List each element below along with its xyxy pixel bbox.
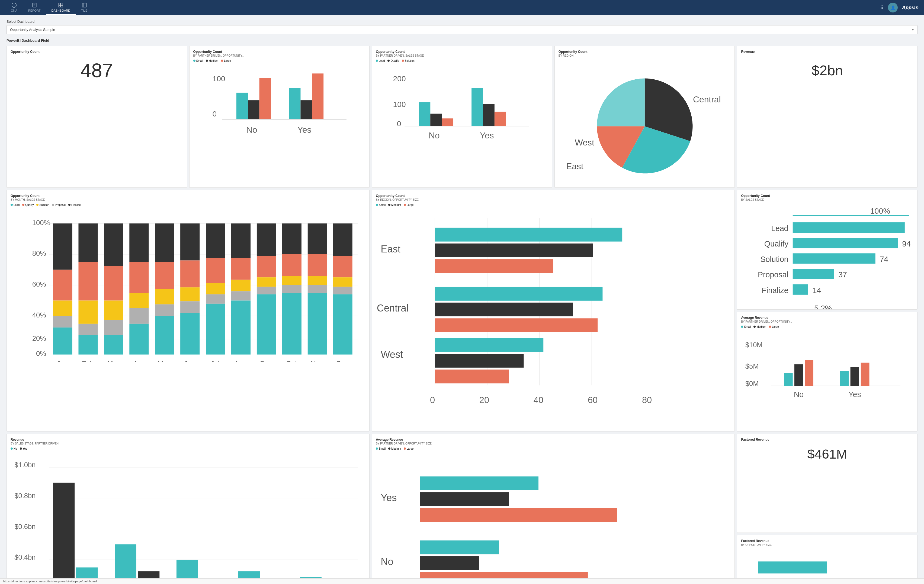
legend-large3: Large bbox=[404, 204, 414, 206]
svg-text:0%: 0% bbox=[36, 350, 46, 357]
svg-text:Mar: Mar bbox=[107, 360, 119, 362]
card-avg-revenue: Average Revenue BY PARTNER DRIVEN, OPPOR… bbox=[737, 312, 917, 431]
svg-rect-60 bbox=[104, 301, 123, 320]
card-factored-revenue: Factored Revenue $461M bbox=[737, 434, 917, 533]
nav-right: ⠿ 👤 Appian bbox=[880, 3, 919, 12]
dashboard-grid: Opportunity Count 487 Opportunity Count … bbox=[7, 46, 917, 584]
legend-qualify: Qualify bbox=[388, 59, 399, 62]
svg-text:?: ? bbox=[13, 4, 15, 7]
legend-no: No bbox=[11, 447, 17, 450]
svg-text:94: 94 bbox=[902, 239, 911, 248]
svg-rect-84 bbox=[231, 258, 251, 280]
nav-label-qna: QNA bbox=[11, 9, 17, 12]
svg-rect-100 bbox=[308, 276, 327, 285]
svg-rect-145 bbox=[793, 222, 905, 233]
svg-text:$0.4bn: $0.4bn bbox=[14, 553, 36, 561]
svg-text:$5M: $5M bbox=[745, 362, 759, 370]
svg-text:60: 60 bbox=[588, 395, 597, 405]
svg-rect-48 bbox=[53, 224, 73, 270]
svg-rect-56 bbox=[78, 324, 97, 336]
svg-text:200: 200 bbox=[393, 74, 406, 83]
nav-item-dashboard[interactable]: DASHBOARD bbox=[46, 0, 76, 15]
card-subtitle-opp-region-size: BY REGION, OPPORTUNITY SIZE bbox=[376, 198, 731, 201]
svg-text:Oct: Oct bbox=[286, 360, 297, 362]
svg-text:Yes: Yes bbox=[297, 125, 311, 135]
legend-opp-partner: Small Medium Large bbox=[193, 59, 366, 62]
svg-rect-6 bbox=[61, 3, 63, 5]
svg-rect-103 bbox=[333, 224, 353, 256]
svg-rect-29 bbox=[483, 104, 495, 126]
svg-rect-141 bbox=[435, 370, 509, 383]
svg-rect-59 bbox=[104, 266, 123, 300]
svg-text:Apr: Apr bbox=[134, 360, 144, 362]
svg-text:No: No bbox=[381, 556, 393, 567]
svg-rect-52 bbox=[53, 327, 73, 355]
svg-rect-147 bbox=[793, 238, 898, 248]
svg-rect-198 bbox=[420, 508, 617, 522]
legend-opp-sales: Lead Qualify Solution bbox=[376, 59, 548, 62]
legend-small5: Small bbox=[376, 447, 386, 450]
card-subtitle-stage-bar: BY SALES STAGE bbox=[741, 198, 913, 201]
svg-rect-73 bbox=[180, 224, 200, 261]
chart-horiz-region: 0 20 40 60 80 East Centr bbox=[376, 208, 731, 405]
chart-revenue-sales: $1.0bn $0.8bn $0.6bn $0.4bn bbox=[11, 452, 365, 584]
svg-rect-70 bbox=[155, 289, 174, 304]
svg-rect-14 bbox=[248, 100, 259, 120]
svg-rect-79 bbox=[206, 258, 225, 283]
svg-rect-77 bbox=[180, 313, 200, 355]
legend-proposal2: Proposal bbox=[52, 204, 66, 206]
svg-text:100: 100 bbox=[212, 74, 225, 83]
legend-opp-month: Lead Qualify Solution Proposal Finalize bbox=[11, 204, 365, 206]
legend-avg-revenue: Small Medium Large bbox=[741, 325, 913, 328]
svg-rect-49 bbox=[53, 270, 73, 301]
svg-rect-53 bbox=[78, 224, 97, 262]
svg-rect-90 bbox=[257, 277, 276, 286]
svg-text:$0.6bn: $0.6bn bbox=[14, 523, 36, 530]
chart-avg-revenue-horiz: Yes No bbox=[376, 452, 731, 584]
svg-rect-203 bbox=[758, 561, 827, 573]
legend-medium: Medium bbox=[206, 59, 218, 62]
svg-rect-64 bbox=[129, 262, 148, 293]
nav-item-qna[interactable]: ? QNA bbox=[5, 0, 23, 15]
card-title-opp-sales: Opportunity Count bbox=[376, 50, 548, 54]
svg-text:Proposal: Proposal bbox=[758, 270, 789, 279]
svg-text:Central: Central bbox=[693, 95, 721, 104]
nav-item-tile[interactable]: TILE bbox=[76, 0, 93, 15]
chart-sales-stage-bar: 100% Lead Qualify 94 Solution 74 Proposa… bbox=[741, 204, 913, 309]
svg-rect-63 bbox=[129, 224, 148, 262]
apps-icon[interactable]: ⠿ bbox=[880, 5, 884, 11]
svg-rect-166 bbox=[840, 371, 849, 386]
dashboard-select[interactable]: Opportunity Analysis Sample bbox=[7, 25, 917, 34]
card-subtitle-opp-sales: BY PARTNER DRIVEN, SALES STAGE bbox=[376, 54, 548, 57]
svg-text:$0M: $0M bbox=[745, 380, 759, 387]
svg-rect-96 bbox=[282, 285, 302, 293]
svg-text:60%: 60% bbox=[32, 280, 46, 288]
svg-text:Feb: Feb bbox=[82, 360, 94, 362]
card-avg-revenue-partner: Average Revenue BY PARTNER DRIVEN, OPPOR… bbox=[372, 434, 735, 584]
svg-text:0: 0 bbox=[430, 395, 435, 405]
svg-text:100%: 100% bbox=[870, 207, 890, 216]
svg-rect-80 bbox=[206, 283, 225, 294]
svg-rect-150 bbox=[793, 253, 876, 263]
svg-rect-101 bbox=[308, 285, 327, 293]
svg-text:East: East bbox=[381, 243, 401, 255]
svg-rect-16 bbox=[289, 88, 300, 120]
factored-revenue-value: $461M bbox=[741, 442, 913, 466]
card-opp-count: Opportunity Count 487 bbox=[7, 46, 187, 188]
svg-text:20%: 20% bbox=[32, 334, 46, 342]
svg-rect-132 bbox=[435, 243, 593, 257]
legend-small: Small bbox=[193, 59, 203, 62]
svg-text:No: No bbox=[246, 125, 257, 135]
nav-item-report[interactable]: REPORT bbox=[23, 0, 46, 15]
svg-rect-153 bbox=[793, 269, 834, 279]
svg-rect-69 bbox=[155, 262, 174, 289]
svg-rect-58 bbox=[104, 224, 123, 266]
svg-text:37: 37 bbox=[838, 270, 847, 279]
svg-text:No: No bbox=[794, 390, 804, 399]
legend-qualify2: Qualify bbox=[22, 204, 34, 206]
row2-right-col: Opportunity Count BY SALES STAGE 100% Le… bbox=[737, 190, 917, 431]
user-avatar[interactable]: 👤 bbox=[888, 3, 898, 12]
legend-small3: Small bbox=[376, 204, 386, 206]
card-subtitle-avg-revenue: BY PARTNER DRIVEN, OPPORTUNITY... bbox=[741, 320, 913, 323]
nav-label-tile: TILE bbox=[81, 9, 87, 12]
